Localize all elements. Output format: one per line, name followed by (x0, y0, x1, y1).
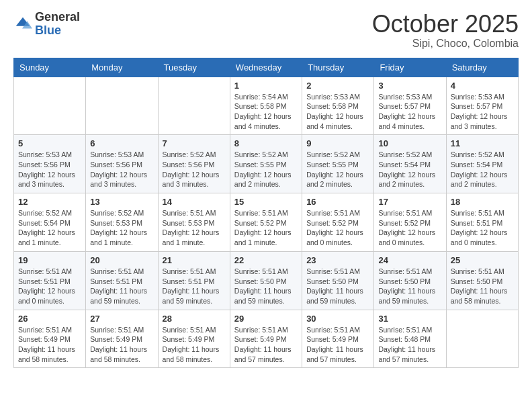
day-number: 18 (451, 197, 514, 207)
day-number: 28 (163, 314, 226, 324)
calendar-cell (86, 77, 158, 135)
calendar-cell: 14Sunrise: 5:51 AM Sunset: 5:53 PM Dayli… (158, 193, 230, 252)
calendar-cell: 22Sunrise: 5:51 AM Sunset: 5:50 PM Dayli… (230, 251, 302, 310)
day-number: 16 (306, 197, 369, 207)
day-number: 23 (306, 255, 369, 265)
logo-icon (13, 15, 32, 34)
logo-text: General Blue (35, 11, 80, 38)
day-number: 3 (378, 81, 441, 91)
day-info: Sunrise: 5:51 AM Sunset: 5:49 PM Dayligh… (234, 325, 298, 365)
calendar-cell (158, 77, 230, 135)
calendar-table: SundayMondayTuesdayWednesdayThursdayFrid… (13, 58, 519, 369)
day-number: 30 (306, 314, 369, 324)
day-info: Sunrise: 5:51 AM Sunset: 5:51 PM Dayligh… (451, 208, 514, 248)
day-number: 9 (306, 138, 369, 148)
day-number: 13 (90, 197, 153, 207)
day-number: 11 (451, 138, 514, 148)
calendar-cell: 13Sunrise: 5:52 AM Sunset: 5:53 PM Dayli… (86, 193, 158, 252)
day-number: 31 (378, 314, 441, 324)
day-info: Sunrise: 5:52 AM Sunset: 5:55 PM Dayligh… (234, 150, 298, 189)
day-info: Sunrise: 5:51 AM Sunset: 5:50 PM Dayligh… (234, 267, 298, 306)
day-info: Sunrise: 5:51 AM Sunset: 5:52 PM Dayligh… (306, 208, 369, 248)
calendar-cell: 7Sunrise: 5:52 AM Sunset: 5:56 PM Daylig… (158, 135, 230, 193)
day-info: Sunrise: 5:53 AM Sunset: 5:57 PM Dayligh… (451, 92, 514, 132)
day-number: 8 (234, 138, 298, 148)
calendar-week-1: 1Sunrise: 5:54 AM Sunset: 5:58 PM Daylig… (14, 77, 519, 135)
day-info: Sunrise: 5:54 AM Sunset: 5:58 PM Dayligh… (234, 92, 298, 132)
day-info: Sunrise: 5:51 AM Sunset: 5:52 PM Dayligh… (234, 208, 298, 248)
day-number: 29 (234, 314, 298, 324)
day-info: Sunrise: 5:51 AM Sunset: 5:52 PM Dayligh… (378, 208, 441, 248)
calendar-cell: 26Sunrise: 5:51 AM Sunset: 5:49 PM Dayli… (14, 310, 86, 368)
day-number: 4 (451, 81, 514, 91)
day-number: 1 (234, 81, 298, 91)
calendar-cell: 27Sunrise: 5:51 AM Sunset: 5:49 PM Dayli… (86, 310, 158, 368)
day-number: 21 (163, 255, 226, 265)
logo-blue: Blue (35, 24, 80, 38)
day-info: Sunrise: 5:51 AM Sunset: 5:51 PM Dayligh… (90, 267, 153, 306)
calendar-cell: 30Sunrise: 5:51 AM Sunset: 5:49 PM Dayli… (302, 310, 374, 368)
calendar-cell: 11Sunrise: 5:52 AM Sunset: 5:54 PM Dayli… (446, 135, 518, 193)
calendar-cell: 28Sunrise: 5:51 AM Sunset: 5:49 PM Dayli… (158, 310, 230, 368)
weekday-header-sunday: Sunday (14, 58, 86, 77)
calendar-subtitle: Sipi, Choco, Colombia (372, 38, 519, 50)
calendar-week-3: 12Sunrise: 5:52 AM Sunset: 5:54 PM Dayli… (14, 193, 519, 252)
day-info: Sunrise: 5:51 AM Sunset: 5:49 PM Dayligh… (90, 325, 153, 365)
day-number: 12 (18, 197, 81, 207)
weekday-header-wednesday: Wednesday (230, 58, 302, 77)
day-number: 15 (234, 197, 298, 207)
calendar-cell: 15Sunrise: 5:51 AM Sunset: 5:52 PM Dayli… (230, 193, 302, 252)
calendar-cell: 20Sunrise: 5:51 AM Sunset: 5:51 PM Dayli… (86, 251, 158, 310)
weekday-header-thursday: Thursday (302, 58, 374, 77)
calendar-cell: 3Sunrise: 5:53 AM Sunset: 5:57 PM Daylig… (374, 77, 446, 135)
day-info: Sunrise: 5:51 AM Sunset: 5:50 PM Dayligh… (451, 267, 514, 306)
day-number: 19 (18, 255, 81, 265)
calendar-cell: 23Sunrise: 5:51 AM Sunset: 5:50 PM Dayli… (302, 251, 374, 310)
day-info: Sunrise: 5:51 AM Sunset: 5:50 PM Dayligh… (378, 267, 441, 306)
day-number: 27 (90, 314, 153, 324)
page-container: General Blue October 2025 Sipi, Choco, C… (0, 0, 532, 379)
calendar-week-2: 5Sunrise: 5:53 AM Sunset: 5:56 PM Daylig… (14, 135, 519, 193)
day-info: Sunrise: 5:52 AM Sunset: 5:55 PM Dayligh… (306, 150, 369, 189)
day-info: Sunrise: 5:53 AM Sunset: 5:56 PM Dayligh… (90, 150, 153, 189)
calendar-cell: 18Sunrise: 5:51 AM Sunset: 5:51 PM Dayli… (446, 193, 518, 252)
day-info: Sunrise: 5:51 AM Sunset: 5:49 PM Dayligh… (18, 325, 81, 365)
weekday-header-monday: Monday (86, 58, 158, 77)
weekday-header-row: SundayMondayTuesdayWednesdayThursdayFrid… (14, 58, 519, 77)
page-header: General Blue October 2025 Sipi, Choco, C… (13, 11, 519, 50)
day-number: 6 (90, 138, 153, 148)
calendar-week-5: 26Sunrise: 5:51 AM Sunset: 5:49 PM Dayli… (14, 310, 519, 368)
calendar-cell: 5Sunrise: 5:53 AM Sunset: 5:56 PM Daylig… (14, 135, 86, 193)
day-info: Sunrise: 5:52 AM Sunset: 5:53 PM Dayligh… (90, 208, 153, 248)
day-info: Sunrise: 5:51 AM Sunset: 5:50 PM Dayligh… (306, 267, 369, 306)
day-info: Sunrise: 5:53 AM Sunset: 5:56 PM Dayligh… (18, 150, 81, 189)
day-number: 26 (18, 314, 81, 324)
day-number: 20 (90, 255, 153, 265)
day-number: 25 (451, 255, 514, 265)
logo: General Blue (13, 11, 80, 38)
day-info: Sunrise: 5:53 AM Sunset: 5:57 PM Dayligh… (378, 92, 441, 132)
day-info: Sunrise: 5:51 AM Sunset: 5:49 PM Dayligh… (306, 325, 369, 365)
title-block: October 2025 Sipi, Choco, Colombia (372, 11, 519, 50)
calendar-cell (446, 310, 518, 368)
calendar-cell: 24Sunrise: 5:51 AM Sunset: 5:50 PM Dayli… (374, 251, 446, 310)
calendar-cell: 31Sunrise: 5:51 AM Sunset: 5:48 PM Dayli… (374, 310, 446, 368)
day-number: 7 (163, 138, 226, 148)
calendar-cell: 25Sunrise: 5:51 AM Sunset: 5:50 PM Dayli… (446, 251, 518, 310)
weekday-header-tuesday: Tuesday (158, 58, 230, 77)
day-info: Sunrise: 5:51 AM Sunset: 5:53 PM Dayligh… (163, 208, 226, 248)
calendar-title: October 2025 (372, 11, 519, 38)
calendar-cell: 16Sunrise: 5:51 AM Sunset: 5:52 PM Dayli… (302, 193, 374, 252)
day-number: 10 (378, 138, 441, 148)
calendar-cell: 9Sunrise: 5:52 AM Sunset: 5:55 PM Daylig… (302, 135, 374, 193)
logo-general: General (35, 11, 80, 24)
day-number: 14 (163, 197, 226, 207)
calendar-cell (14, 77, 86, 135)
day-number: 24 (378, 255, 441, 265)
calendar-cell: 10Sunrise: 5:52 AM Sunset: 5:54 PM Dayli… (374, 135, 446, 193)
day-info: Sunrise: 5:52 AM Sunset: 5:54 PM Dayligh… (378, 150, 441, 189)
calendar-cell: 29Sunrise: 5:51 AM Sunset: 5:49 PM Dayli… (230, 310, 302, 368)
day-number: 2 (306, 81, 369, 91)
calendar-cell: 6Sunrise: 5:53 AM Sunset: 5:56 PM Daylig… (86, 135, 158, 193)
day-info: Sunrise: 5:51 AM Sunset: 5:48 PM Dayligh… (378, 325, 441, 365)
